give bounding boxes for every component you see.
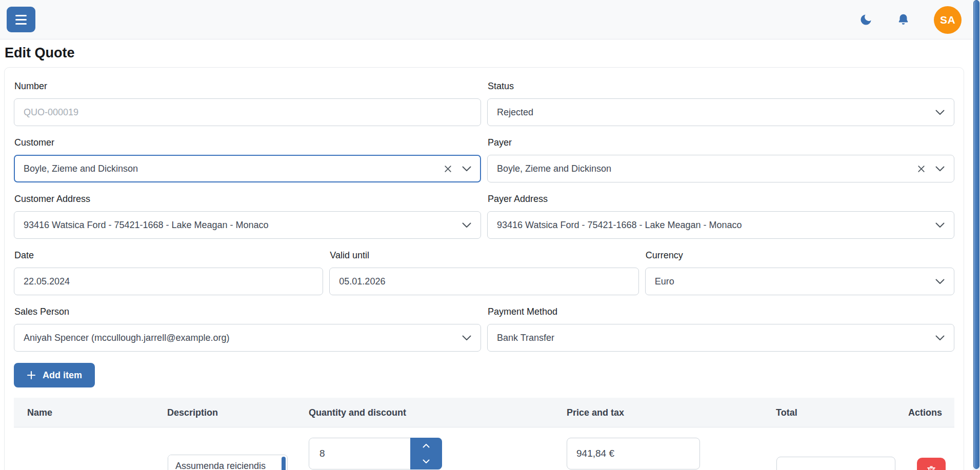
page-scrollbar-thumb[interactable]: [973, 0, 979, 469]
payer-address-field-group: Payer Address 93416 Watsica Ford - 75421…: [487, 194, 954, 239]
valid-until-input[interactable]: [329, 268, 638, 295]
chevron-down-icon: [935, 279, 945, 284]
payment-method-field-group: Payment Method Bank Transfer: [487, 306, 954, 352]
status-label: Status: [488, 81, 954, 92]
page-title: Edit Quote: [5, 45, 75, 61]
item-quantity-box: [309, 438, 442, 469]
chevron-down-icon: [462, 335, 471, 341]
payer-address-select[interactable]: 93416 Watsica Ford - 75421-1668 - Lake M…: [487, 211, 954, 239]
status-select[interactable]: Rejected: [487, 98, 954, 126]
dark-mode-toggle-button[interactable]: [859, 13, 873, 27]
item-price-input[interactable]: [567, 438, 700, 469]
topbar-actions: SA: [859, 0, 962, 39]
currency-value: Euro: [655, 276, 935, 287]
customer-field-group: Customer Boyle, Zieme and Dickinson: [14, 137, 481, 182]
customer-address-select[interactable]: 93416 Watsica Ford - 75421-1668 - Lake M…: [14, 211, 481, 239]
bell-icon: [896, 13, 910, 27]
valid-until-field-group: Valid until: [329, 250, 638, 295]
avatar-initials: SA: [940, 14, 955, 26]
payer-label: Payer: [488, 137, 954, 148]
chevron-down-icon: [935, 110, 945, 115]
date-input[interactable]: [14, 268, 323, 295]
payer-field-group: Payer Boyle, Zieme and Dickinson: [487, 137, 954, 182]
column-header-description: Description: [167, 398, 218, 427]
date-field-group: Date: [14, 250, 323, 295]
chevron-down-icon: [935, 166, 945, 172]
chevron-down-icon: [935, 222, 945, 228]
add-item-label: Add item: [43, 370, 82, 381]
quantity-increment-button[interactable]: [410, 438, 442, 454]
customer-value: Boyle, Zieme and Dickinson: [24, 164, 442, 174]
item-description-textarea[interactable]: Assumenda reiciendis: [168, 455, 287, 470]
avatar[interactable]: SA: [934, 6, 962, 34]
item-quantity-input[interactable]: [309, 438, 407, 469]
number-field-group: Number: [14, 81, 481, 126]
currency-field-group: Currency Euro: [645, 250, 954, 295]
chevron-up-icon: [423, 443, 430, 448]
number-input[interactable]: [14, 98, 481, 126]
item-row: Assumenda reiciendis: [14, 427, 954, 470]
column-header-name: Name: [27, 398, 52, 427]
chevron-down-icon: [462, 222, 471, 228]
valid-until-label: Valid until: [330, 250, 638, 261]
payer-address-value: 93416 Watsica Ford - 75421-1668 - Lake M…: [497, 220, 935, 231]
notifications-button[interactable]: [896, 13, 910, 27]
payment-method-value: Bank Transfer: [497, 333, 935, 343]
payer-select[interactable]: Boyle, Zieme and Dickinson: [487, 155, 954, 182]
hamburger-icon: [15, 15, 27, 16]
status-field-group: Status Rejected: [487, 81, 954, 126]
chevron-down-icon: [462, 166, 471, 172]
payer-address-label: Payer Address: [488, 194, 954, 205]
add-item-button[interactable]: Add item: [14, 363, 95, 387]
delete-item-button[interactable]: [917, 458, 946, 470]
currency-label: Currency: [646, 250, 954, 261]
quantity-decrement-button[interactable]: [410, 454, 442, 469]
item-description-box: Assumenda reiciendis: [168, 455, 288, 470]
items-table-header: Name Description Quantity and discount P…: [14, 398, 954, 427]
currency-select[interactable]: Euro: [645, 268, 954, 295]
quote-form-card: Number Status Rejected Customer Boyle, Z…: [4, 67, 964, 470]
trash-icon: [926, 465, 936, 470]
date-label: Date: [14, 250, 323, 261]
status-value: Rejected: [497, 107, 935, 118]
customer-address-field-group: Customer Address 93416 Watsica Ford - 75…: [14, 194, 481, 239]
top-navbar: SA: [0, 0, 980, 39]
clear-payer-button[interactable]: [915, 163, 927, 175]
sales-person-label: Sales Person: [14, 306, 481, 317]
payment-method-label: Payment Method: [488, 306, 954, 317]
column-header-quantity: Quantity and discount: [309, 398, 406, 427]
plus-icon: [27, 371, 36, 380]
chevron-down-icon: [423, 459, 430, 464]
menu-toggle-button[interactable]: [7, 7, 35, 32]
sales-person-field-group: Sales Person Aniyah Spencer (mccullough.…: [14, 306, 481, 352]
sales-person-value: Aniyah Spencer (mccullough.jarrell@examp…: [24, 333, 462, 343]
item-total-display: [776, 457, 895, 470]
moon-icon: [859, 13, 873, 27]
x-icon: [444, 165, 452, 173]
column-header-total: Total: [776, 398, 797, 427]
items-table: Name Description Quantity and discount P…: [14, 398, 954, 470]
chevron-down-icon: [935, 335, 945, 341]
textarea-scrollbar-thumb[interactable]: [282, 457, 286, 470]
customer-address-value: 93416 Watsica Ford - 75421-1668 - Lake M…: [24, 220, 462, 231]
quantity-stepper: [410, 438, 442, 469]
payer-value: Boyle, Zieme and Dickinson: [497, 164, 915, 174]
x-icon: [917, 165, 926, 173]
customer-select[interactable]: Boyle, Zieme and Dickinson: [14, 155, 481, 182]
number-label: Number: [14, 81, 481, 92]
column-header-actions: Actions: [908, 398, 942, 427]
clear-customer-button[interactable]: [442, 163, 454, 175]
customer-address-label: Customer Address: [14, 194, 481, 205]
column-header-price: Price and tax: [567, 398, 624, 427]
sales-person-select[interactable]: Aniyah Spencer (mccullough.jarrell@examp…: [14, 324, 481, 352]
payment-method-select[interactable]: Bank Transfer: [487, 324, 954, 352]
customer-label: Customer: [14, 137, 481, 148]
page-scrollbar: [973, 0, 980, 470]
